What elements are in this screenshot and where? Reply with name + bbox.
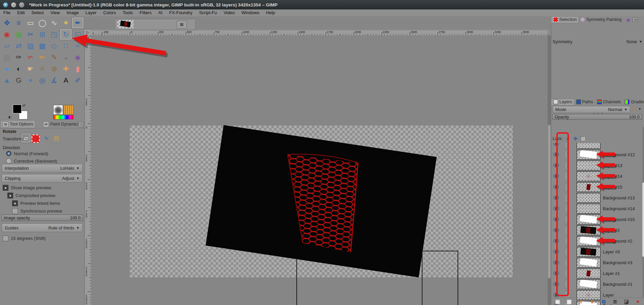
visibility-eye-icon[interactable] xyxy=(553,271,559,275)
visibility-eye-icon[interactable] xyxy=(553,228,559,232)
lock-position-icon[interactable]: ✥ xyxy=(574,136,578,141)
visibility-eye-icon[interactable] xyxy=(553,196,559,200)
lock-pixels-icon[interactable]: ✐ xyxy=(566,136,570,141)
lock-alpha-icon[interactable] xyxy=(581,136,586,141)
warp-transform-tool-icon[interactable]: ≈ xyxy=(72,40,83,51)
interpolation-dropdown[interactable]: Interpolation LoHalo ▼ xyxy=(2,164,83,172)
visibility-eye-icon[interactable] xyxy=(553,217,559,221)
link-chain-icon[interactable] xyxy=(565,163,568,168)
merge-layer-button[interactable]: ≣ xyxy=(611,298,619,305)
synchronous-preview-checkbox[interactable]: Synchronous preview xyxy=(12,208,62,214)
lower-layer-button[interactable]: ∨ xyxy=(588,298,596,305)
gradient-tool-icon[interactable]: ◆ xyxy=(72,52,83,62)
menu-help[interactable]: Help xyxy=(263,9,279,16)
scrollbar-thumb[interactable] xyxy=(548,125,551,278)
layer-row[interactable]: Background #14 xyxy=(551,203,644,214)
dock-collapse-icon[interactable]: ◅ xyxy=(78,122,84,127)
perspective-clone-tool-icon[interactable]: ⊛ xyxy=(49,63,60,74)
mypaint-brush-tool-icon[interactable]: ▨ xyxy=(1,52,12,62)
visibility-eye-icon[interactable] xyxy=(553,260,559,265)
visibility-eye-icon[interactable] xyxy=(553,143,559,146)
cage-transform-tool-icon[interactable]: ◇ xyxy=(49,40,60,51)
layer-thumbnail[interactable] xyxy=(577,258,601,268)
text-tool-icon[interactable]: A xyxy=(60,75,71,85)
tab-symmetry-painting[interactable]: Symmetry Painting xyxy=(579,17,623,23)
window-maximize-button[interactable]: ▢ xyxy=(19,2,24,7)
layer-name[interactable]: Layer #14 xyxy=(603,174,622,179)
window-close-button[interactable]: ✕ xyxy=(3,2,8,7)
layer-row[interactable]: Layer #14 xyxy=(551,171,644,182)
airbrush-tool-icon[interactable]: ✃ xyxy=(25,52,36,62)
link-chain-icon[interactable] xyxy=(565,195,568,200)
mode-reset-icon[interactable]: ↻ xyxy=(632,107,636,112)
handle-transform-tool-icon[interactable]: ∷ xyxy=(60,40,71,51)
n-point-deformation-tool-icon[interactable]: ▩ xyxy=(37,40,48,51)
link-chain-icon[interactable] xyxy=(565,206,568,211)
eraser-tool-icon[interactable]: ▮ xyxy=(72,63,83,74)
flip-tool-icon[interactable]: ⇄ xyxy=(13,40,24,51)
menu-fx-foundry[interactable]: FX-Foundry xyxy=(166,9,196,16)
transform-target-path-button[interactable]: ∿ xyxy=(42,134,51,142)
canvas-area[interactable] xyxy=(91,35,548,305)
layer-row[interactable]: Background #15 xyxy=(551,214,644,225)
layer-thumbnail[interactable] xyxy=(577,193,601,203)
link-chain-icon[interactable] xyxy=(565,281,568,287)
tab-selection[interactable]: Selection xyxy=(551,17,579,23)
layer-name[interactable]: Background #1 xyxy=(603,282,632,287)
brush-preview[interactable] xyxy=(53,105,63,115)
vertical-ruler[interactable]: 2500250500750100012501500 xyxy=(85,35,91,305)
rotate-tool-icon[interactable]: ↻ xyxy=(60,29,71,39)
composited-preview-checkbox[interactable]: ×Composited preview xyxy=(7,193,55,198)
layer-row[interactable]: Layer #2 xyxy=(551,225,644,235)
visibility-eye-icon[interactable] xyxy=(553,293,559,297)
paths-tool-icon[interactable]: ✒ xyxy=(72,18,83,28)
pencil-tool-icon[interactable]: ✏ xyxy=(37,52,48,62)
tab-layers[interactable]: Layers xyxy=(551,99,574,105)
new-layer-button[interactable]: ▣ xyxy=(553,298,562,305)
layer-name[interactable]: Background #12 xyxy=(603,152,635,157)
layer-name[interactable]: Layer #15 xyxy=(603,185,622,190)
zoom-tool-icon[interactable]: ◎ xyxy=(37,75,48,85)
menu-windows[interactable]: Windows xyxy=(238,9,263,16)
dock-collapse-icon[interactable]: ◅ xyxy=(633,17,638,22)
move-tool-icon[interactable]: ✥ xyxy=(1,18,12,28)
layer-name[interactable]: Layer #1 xyxy=(603,271,620,276)
ellipse-select-tool-icon[interactable]: ◯ xyxy=(37,18,48,28)
layer-thumbnail[interactable] xyxy=(577,236,601,246)
visibility-eye-icon[interactable] xyxy=(553,185,559,189)
perspective-tool-icon[interactable]: ▱ xyxy=(1,40,12,51)
select-by-color-tool-icon[interactable]: ◉ xyxy=(1,29,12,39)
menu-script-fu[interactable]: Script-Fu xyxy=(196,9,220,16)
symmetry-row[interactable]: Symmetry None ▼ xyxy=(553,39,642,44)
scrollbar-thumb[interactable] xyxy=(642,183,644,257)
link-chain-icon[interactable] xyxy=(565,173,568,179)
add-mask-button[interactable]: ◪ xyxy=(622,298,631,305)
fifteen-degrees-checkbox[interactable]: 15 degrees (Shift) xyxy=(3,235,46,241)
tab-paths[interactable]: Paths xyxy=(574,99,595,105)
link-chain-icon[interactable] xyxy=(565,271,568,276)
menu-filters[interactable]: Filters xyxy=(136,9,155,16)
visibility-eye-icon[interactable] xyxy=(553,250,559,254)
menu-image[interactable]: Image xyxy=(63,9,82,16)
layers-scrollbar[interactable] xyxy=(642,127,644,298)
image-tab-close-button[interactable]: ⊠ xyxy=(177,21,187,29)
dodge-burn-tool-icon[interactable]: ◐ xyxy=(13,63,24,74)
layer-name[interactable]: Background #14 xyxy=(603,206,635,211)
layer-thumbnail[interactable] xyxy=(577,247,601,257)
canvas-vertical-scrollbar[interactable] xyxy=(548,35,551,305)
layer-thumbnail[interactable] xyxy=(577,150,601,160)
bucket-fill-tool-icon[interactable]: ◒ xyxy=(60,52,71,62)
link-chain-icon[interactable] xyxy=(565,260,568,265)
visibility-eye-icon[interactable] xyxy=(553,206,559,211)
fuzzy-select-tool-icon[interactable]: ✶ xyxy=(60,18,71,28)
chevron-down-icon[interactable]: ▼ xyxy=(638,107,641,111)
navigation-tool-icon[interactable]: ⌖ xyxy=(25,75,36,85)
transform-target-layer-button[interactable]: ▱ xyxy=(22,134,30,142)
window-minimize-button[interactable]: − xyxy=(11,2,16,7)
menu-edit[interactable]: Edit xyxy=(14,9,28,16)
tab-channels[interactable]: Channels xyxy=(595,99,623,105)
foreground-color-swatch[interactable] xyxy=(13,105,22,113)
layer-thumbnail[interactable] xyxy=(577,269,601,278)
rectangle-select-tool-icon[interactable]: ▭ xyxy=(25,18,36,28)
visibility-eye-icon[interactable] xyxy=(553,163,559,167)
